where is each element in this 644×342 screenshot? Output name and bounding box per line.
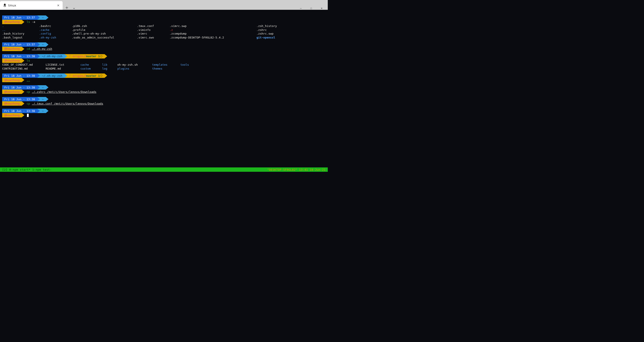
- command: cd: [26, 47, 30, 51]
- user-segment: @howzhong: [2, 58, 22, 63]
- prompt-block: Fri 18 Jun - 13:38~/.oh-my-zshᚶ origin ⎇…: [2, 74, 326, 82]
- ls-entry: tools: [180, 63, 202, 67]
- ls-entry: .sudo_as_admin_successful: [72, 36, 137, 40]
- window-titlebar: tmux ✕ + ⌄ — ☐ ✕: [0, 0, 328, 10]
- ls-entry: log: [102, 67, 117, 71]
- close-tab-icon[interactable]: ✕: [57, 4, 60, 7]
- ls-entry: templates: [152, 63, 180, 67]
- user-segment: @howzhong: [2, 101, 22, 106]
- user-segment: @howzhong: [2, 90, 22, 94]
- git-dirty-icon: [100, 55, 102, 58]
- prompt-block: Fri 18 Jun - 13:38~/.oh-my-zshᚶ origin ⎇…: [2, 54, 326, 70]
- time-segment: Fri 18 Jun - 13:38: [2, 109, 37, 113]
- command-line[interactable]: @howzhongcd./.oh-my-zsh: [2, 47, 326, 51]
- ls-entry: oh-my-zsh.sh: [117, 63, 152, 67]
- command-line[interactable]: @howzhongls-a: [2, 20, 326, 24]
- ls-entry: .zcompdump: [170, 32, 256, 36]
- git-segment: ᚶ origin ⎇ master 1: [67, 74, 104, 78]
- time-segment: Fri 18 Jun - 13:37: [2, 42, 37, 47]
- command-line[interactable]: @howzhong..: [2, 78, 326, 82]
- user-segment: @howzhong: [2, 113, 22, 118]
- powerline-status: Fri 18 Jun - 13:37~: [2, 16, 326, 20]
- command-line[interactable]: @howzhongls: [2, 58, 326, 63]
- command: ls: [26, 59, 30, 62]
- command: cp: [26, 102, 30, 106]
- tmux-status-left: [2] 0:npm start* 1:npm test-: [2, 168, 52, 171]
- user-segment: @howzhong: [2, 20, 22, 24]
- powerline-status: Fri 18 Jun - 13:38~: [2, 109, 326, 113]
- command-line[interactable]: @howzhongcp./.tmux.conf /mnt/c/Users/len…: [2, 101, 326, 106]
- prompt-block: Fri 18 Jun - 13:37~@howzhongcd./.oh-my-z…: [2, 42, 326, 51]
- ls-entry: .bashrc: [39, 24, 72, 28]
- terminal-body[interactable]: Fri 18 Jun - 13:37~@howzhongls-a..bashrc…: [0, 10, 328, 118]
- ls-entry: .zshrc.swp: [256, 32, 296, 36]
- ls-entry: custom: [80, 67, 102, 71]
- git-segment: ᚶ origin ⎇ master 1: [67, 54, 104, 58]
- ls-entry: .p10k.zsh: [72, 24, 137, 28]
- powerline-status: Fri 18 Jun - 13:38~/.oh-my-zshᚶ origin ⎇…: [2, 54, 326, 58]
- maximize-button[interactable]: ☐: [309, 6, 314, 10]
- dir-segment: ~: [40, 16, 46, 20]
- command-line[interactable]: @howzhongcp./.zshrc /mnt/c/Users/lenovo/…: [2, 90, 326, 94]
- svg-point-5: [4, 4, 4, 4]
- ls-entry: themes: [152, 67, 180, 71]
- dir-segment: ~: [40, 97, 46, 101]
- ls-entry: CODE_OF_CONDUCT.md: [2, 63, 46, 67]
- tmux-status-right: "DESKTOP-5F0GL82" 13:41 18-Jun-21: [267, 168, 326, 171]
- ls-entry: .vimrc.swo: [137, 36, 170, 40]
- command-args: ./.tmux.conf /mnt/c/Users/lenovo/Downloa…: [32, 102, 103, 106]
- ls-entry: README.md: [46, 67, 80, 71]
- prompt-block: Fri 18 Jun - 13:37~@howzhongls-a..bashrc…: [2, 16, 326, 39]
- command-args: ./.oh-my-zsh: [32, 47, 52, 51]
- svg-point-6: [5, 4, 5, 4]
- command-line[interactable]: @howzhong: [2, 113, 326, 118]
- ls-entry: .zshrc: [256, 28, 296, 32]
- powerline-status: Fri 18 Jun - 13:38~: [2, 97, 326, 101]
- prompt-block: Fri 18 Jun - 13:38~@howzhongcp./.zshrc /…: [2, 85, 326, 94]
- ls-entry: .vimrc: [137, 32, 170, 36]
- powerline-status: Fri 18 Jun - 13:38~/.oh-my-zshᚶ origin ⎇…: [2, 74, 326, 78]
- dir-segment: ~: [40, 42, 46, 47]
- ls-entry: ..: [2, 28, 39, 32]
- minimize-button[interactable]: —: [299, 6, 303, 10]
- ls-entry: .cache: [39, 28, 72, 32]
- ls-entry: .viminfo: [137, 28, 170, 32]
- ls-output: ..bashrc.p10k.zsh.tmux.conf.vimrc.swp.zs…: [2, 24, 326, 39]
- git-dirty-icon: [100, 74, 102, 77]
- ls-entry: .config: [39, 32, 72, 36]
- close-window-button[interactable]: ✕: [320, 6, 324, 10]
- dir-segment: ~/.oh-my-zsh: [40, 74, 64, 78]
- svg-point-0: [4, 4, 6, 6]
- time-segment: Fri 18 Jun - 13:38: [2, 74, 37, 78]
- ls-entry: .vimrc.swp: [170, 24, 256, 28]
- svg-point-2: [4, 6, 6, 6]
- tux-icon: [3, 4, 8, 8]
- ls-entry: cache: [80, 63, 102, 67]
- command: cp: [26, 90, 30, 94]
- time-segment: Fri 18 Jun - 13:38: [2, 54, 37, 58]
- dir-segment: ~/.oh-my-zsh: [40, 54, 64, 58]
- ls-entry: .bash_history: [2, 32, 39, 36]
- ls-entry: .z: [170, 28, 256, 32]
- ls-entry: .shell.pre-oh-my-zsh: [72, 32, 137, 36]
- terminal-tab[interactable]: tmux ✕: [0, 1, 62, 10]
- powerline-status: Fri 18 Jun - 13:37~: [2, 42, 326, 47]
- new-tab-button[interactable]: +: [65, 5, 68, 10]
- ls-entry: .oh-my-zsh: [39, 36, 72, 40]
- ls-entry: CONTRIBUTING.md: [2, 67, 46, 71]
- prompt-block: Fri 18 Jun - 13:38~@howzhong: [2, 109, 326, 118]
- powerline-status: Fri 18 Jun - 13:38~: [2, 85, 326, 90]
- ls-entry: git-openssl: [256, 36, 296, 40]
- ls-entry: .profile: [72, 28, 137, 32]
- ls-output: CODE_OF_CONDUCT.mdLICENSE.txtcacheliboh-…: [2, 63, 326, 70]
- tab-dropdown-button[interactable]: ⌄: [72, 5, 76, 10]
- user-segment: @howzhong: [2, 78, 22, 82]
- time-segment: Fri 18 Jun - 13:38: [2, 97, 37, 101]
- tab-title: tmux: [8, 4, 57, 7]
- command: ..: [26, 78, 30, 82]
- cursor: [27, 114, 29, 117]
- ls-entry: [180, 67, 202, 71]
- dir-segment: ~: [40, 85, 46, 90]
- prompt-block: Fri 18 Jun - 13:38~@howzhongcp./.tmux.co…: [2, 97, 326, 106]
- tmux-status-bar: [2] 0:npm start* 1:npm test- "DESKTOP-5F…: [0, 168, 328, 172]
